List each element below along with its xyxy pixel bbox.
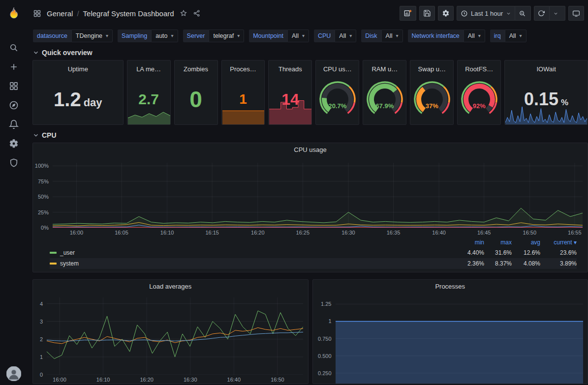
legend-sort-current[interactable]: current ▾ [540,239,577,246]
panel-title[interactable]: Threads [269,60,311,74]
chevron-down-icon: ▾ [302,33,305,38]
stat-body: 67.9% [363,74,406,124]
variable-label[interactable]: Sampling [118,30,151,42]
section-cpu[interactable]: CPU [32,128,588,143]
dashboards-icon[interactable] [3,76,25,95]
tv-mode-button[interactable] [568,6,584,21]
star-icon[interactable] [180,9,187,17]
x-axis-label: 16:10 [160,230,174,236]
stat-body: 1 [222,74,265,124]
user-avatar[interactable] [3,364,25,383]
legend-series-toggle[interactable]: system [50,260,456,267]
panel-title[interactable]: Load averages [33,280,308,293]
stat-body: 2.7 [127,74,170,124]
legend-sort-min[interactable]: min [456,239,484,246]
breadcrumb-folder[interactable]: General [47,9,73,18]
refresh-button[interactable] [534,6,550,21]
section-quick-overview[interactable]: Quick overview [32,45,588,60]
legend-value-current: 3.89% [540,260,577,267]
chevron-down-icon: ▾ [396,33,399,38]
stat-panel-ram-u: RAM u…67.9% [363,60,406,125]
cpu-usage-panel: CPU usage 100%75%50%25%0%16:0016:0516:10… [32,143,588,272]
panel-title[interactable]: Uptime [33,60,123,74]
variable-value-dropdown[interactable]: All▾ [464,30,485,42]
save-dashboard-button[interactable] [419,6,435,21]
x-axis-label: 16:30 [184,377,197,383]
load-averages-plot[interactable] [47,297,303,375]
x-axis-label: 16:40 [432,230,446,236]
variable-value-dropdown[interactable]: TDengine▾ [71,30,113,42]
panel-title[interactable]: Processes [313,280,588,293]
refresh-interval-dropdown[interactable] [550,6,565,21]
section-title: Quick overview [42,49,93,57]
panel-title[interactable]: IOWait [505,60,588,74]
gauge: 92% [460,80,498,118]
legend-value-avg: 4.08% [512,260,540,267]
variable-value: auto [155,32,167,39]
cpu-usage-plot[interactable] [53,163,583,228]
x-axis-label: 16:10 [96,377,110,383]
grafana-logo[interactable] [3,4,25,23]
processes-plot[interactable] [336,297,583,384]
gauge: 37% [413,80,451,118]
stat-body: 1.2day [33,74,123,124]
legend-series-toggle[interactable]: iowait [50,271,456,272]
y-axis-label: 2 [33,337,43,342]
zoom-out-button[interactable] [515,6,531,21]
variable-value: All [509,32,516,39]
variable-value-dropdown[interactable]: All▾ [381,30,403,42]
variable-label[interactable]: Server [183,30,209,42]
breadcrumb-separator: / [77,9,79,18]
breadcrumb-dashboard[interactable]: Telegraf System Dashboard [83,9,174,18]
panel-title[interactable]: CPU usage [33,143,588,156]
stat-value: 0.15% [524,90,568,108]
variable-label[interactable]: Mountpoint [249,30,287,42]
alerting-bell-icon[interactable] [3,115,25,134]
create-plus-icon[interactable] [3,57,25,76]
panel-title[interactable]: LA me… [127,60,170,74]
add-panel-button[interactable] [400,6,416,21]
variable-value-dropdown[interactable]: All▾ [335,30,356,42]
processes-chart-area: 1.2510.7500.5000.250 [313,293,588,384]
variable-value-dropdown[interactable]: telegraf▾ [209,30,244,42]
stat-value: 37% [413,102,451,110]
x-axis-label: 16:45 [477,230,491,236]
share-icon[interactable] [193,9,201,17]
y-axis-label: 1 [33,355,43,360]
panel-title[interactable]: Swap u… [410,60,453,74]
panel-title[interactable]: Proces… [222,60,265,74]
variable-label[interactable]: irq [490,30,505,42]
stat-panel-rootfs: RootFS…92% [457,60,501,125]
configuration-gear-icon[interactable] [3,134,25,153]
variable-label[interactable]: Disk [361,30,381,42]
stat-panel-zombies: Zombies0 [174,60,218,125]
chevron-down-icon [506,11,511,16]
time-range-picker[interactable]: Last 1 hour [457,6,515,21]
variable-label[interactable]: CPU [314,30,335,42]
legend-series-toggle[interactable]: _user [50,249,456,256]
panel-title[interactable]: CPU us… [316,60,359,74]
variable-label[interactable]: Network interface [408,30,464,42]
legend-sort-max[interactable]: max [484,239,512,246]
variable-value: All [386,32,393,39]
search-icon[interactable] [3,38,25,57]
dashboard-settings-button[interactable] [438,6,454,21]
variable-value-dropdown[interactable]: All▾ [505,30,526,42]
x-axis-label: 16:05 [115,230,128,236]
panel-title[interactable]: RAM u… [363,60,406,74]
panel-title[interactable]: Zombies [175,60,217,74]
variable-label[interactable]: datasource [33,30,71,42]
server-admin-shield-icon[interactable] [3,153,25,172]
bottom-row: Load averages 4321016:0016:1016:2016:301… [32,279,588,384]
variable-value-dropdown[interactable]: auto▾ [151,30,178,42]
legend-row: system2.36%8.37%4.08%3.89% [50,258,577,269]
y-axis-label: 100% [33,163,49,169]
variable-value-dropdown[interactable]: All▾ [287,30,309,42]
chevron-down-icon: ▾ [349,33,352,38]
explore-compass-icon[interactable] [3,95,25,115]
panel-title[interactable]: RootFS… [458,60,500,74]
zoom-out-icon [519,10,526,17]
chevron-down-icon: ▾ [478,33,481,38]
y-axis-label: 4 [33,301,43,307]
legend-sort-avg[interactable]: avg [512,239,540,246]
